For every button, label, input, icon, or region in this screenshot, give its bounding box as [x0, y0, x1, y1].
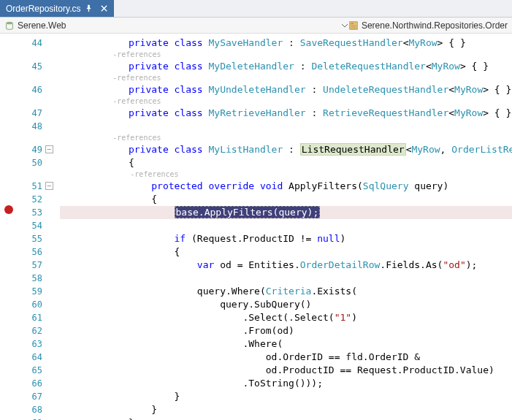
context-bar: Serene.Web Serene.Northwind.Repositories…: [0, 18, 512, 34]
line-number: 64: [18, 351, 42, 364]
line-number: 68: [18, 403, 42, 416]
code-line[interactable]: private class MyUndeleteHandler : Undele…: [60, 83, 512, 96]
code-line[interactable]: od.ProductID == Request.ProductID.Value): [60, 364, 512, 377]
code-line[interactable]: private class MyDeleteHandler : DeleteRe…: [60, 60, 512, 73]
line-number: 53: [18, 206, 42, 219]
line-number: [18, 133, 42, 143]
code-line[interactable]: query.SubQuery(): [60, 298, 512, 311]
code-line[interactable]: {: [60, 156, 512, 169]
line-number: 57: [18, 259, 42, 272]
line-number: 49: [18, 143, 42, 156]
code-line[interactable]: .Select(.Select("1"): [60, 311, 512, 324]
code-line[interactable]: [60, 272, 512, 285]
code-line[interactable]: [60, 219, 512, 232]
code-area[interactable]: private class MySaveHandler : SaveReques…: [60, 34, 512, 420]
project-dropdown-icon[interactable]: [341, 22, 348, 29]
context-path-text: Serene.Northwind.Repositories.Order: [362, 20, 508, 31]
line-number: 62: [18, 324, 42, 337]
line-number: 58: [18, 272, 42, 285]
line-number: 66: [18, 377, 42, 390]
code-line[interactable]: [60, 120, 512, 133]
line-number: 61: [18, 311, 42, 324]
close-icon[interactable]: [100, 4, 108, 12]
class-icon: [348, 20, 359, 31]
code-line[interactable]: base.ApplyFilters(query);: [60, 206, 512, 219]
breakpoint-margin[interactable]: [0, 34, 18, 420]
codelens-references[interactable]: -references: [60, 96, 512, 107]
code-line[interactable]: od.OrderID == fld.OrderID &: [60, 351, 512, 364]
code-line[interactable]: .From(od): [60, 324, 512, 337]
context-path[interactable]: Serene.Northwind.Repositories.Order: [348, 20, 512, 31]
code-line[interactable]: private class MyListHandler : ListReques…: [60, 143, 512, 156]
pin-icon[interactable]: [85, 4, 93, 12]
line-number: 60: [18, 298, 42, 311]
codelens-references[interactable]: -references: [60, 73, 512, 83]
line-number: 50: [18, 156, 42, 169]
selected-code: base.ApplyFilters(query);: [175, 206, 321, 218]
code-line[interactable]: }: [60, 403, 512, 416]
code-line[interactable]: private class MySaveHandler : SaveReques…: [60, 37, 512, 50]
tab-title: OrderRepository.cs: [6, 4, 80, 14]
code-editor[interactable]: 4445464748495051525354555657585960616263…: [0, 34, 512, 420]
svg-rect-3: [351, 26, 356, 26]
line-number: 44: [18, 37, 42, 50]
svg-point-0: [7, 21, 13, 24]
codelens-references[interactable]: -references: [60, 50, 512, 60]
line-number: 48: [18, 120, 42, 133]
fold-toggle-icon[interactable]: −: [45, 145, 53, 153]
code-line[interactable]: {: [60, 245, 512, 259]
fold-gutter[interactable]: −−: [42, 34, 56, 420]
code-line[interactable]: var od = Entities.OrderDetailRow.Fields.…: [60, 259, 512, 272]
svg-rect-4: [351, 27, 356, 28]
line-number: 65: [18, 364, 42, 377]
line-number: 56: [18, 245, 42, 259]
fold-toggle-icon[interactable]: −: [45, 182, 53, 190]
code-line[interactable]: query.Where(Criteria.Exists(: [60, 285, 512, 298]
line-number: 51: [18, 180, 42, 193]
code-line[interactable]: }: [60, 416, 512, 420]
line-number-gutter: 4445464748495051525354555657585960616263…: [18, 34, 42, 420]
breakpoint-icon[interactable]: [4, 205, 13, 214]
line-number: 52: [18, 193, 42, 206]
line-number: [18, 96, 42, 107]
tab-bar: OrderRepository.cs: [0, 0, 512, 18]
line-number: 55: [18, 232, 42, 245]
code-line[interactable]: protected override void ApplyFilters(Sql…: [60, 180, 512, 193]
project-icon: [4, 20, 15, 31]
context-project[interactable]: Serene.Web: [0, 20, 341, 31]
code-line[interactable]: .ToString()));: [60, 377, 512, 390]
code-line[interactable]: {: [60, 193, 512, 206]
line-number: 67: [18, 390, 42, 403]
code-line[interactable]: private class MyRetrieveHandler : Retrie…: [60, 107, 512, 120]
codelens-references[interactable]: -references: [60, 133, 512, 143]
line-number: 59: [18, 285, 42, 298]
line-number: [18, 50, 42, 60]
line-number: 69: [18, 416, 42, 420]
line-number: 63: [18, 337, 42, 351]
code-line[interactable]: .Where(: [60, 337, 512, 351]
project-name: Serene.Web: [18, 20, 66, 31]
code-line[interactable]: if (Request.ProductID != null): [60, 232, 512, 245]
line-number: 47: [18, 107, 42, 120]
file-tab[interactable]: OrderRepository.cs: [0, 0, 114, 17]
code-line[interactable]: }: [60, 390, 512, 403]
line-number: 46: [18, 83, 42, 96]
svg-rect-2: [351, 23, 354, 24]
codelens-references[interactable]: -references: [60, 169, 512, 180]
line-number: [18, 73, 42, 83]
line-number: [18, 169, 42, 180]
line-number: 54: [18, 219, 42, 232]
line-number: 45: [18, 60, 42, 73]
